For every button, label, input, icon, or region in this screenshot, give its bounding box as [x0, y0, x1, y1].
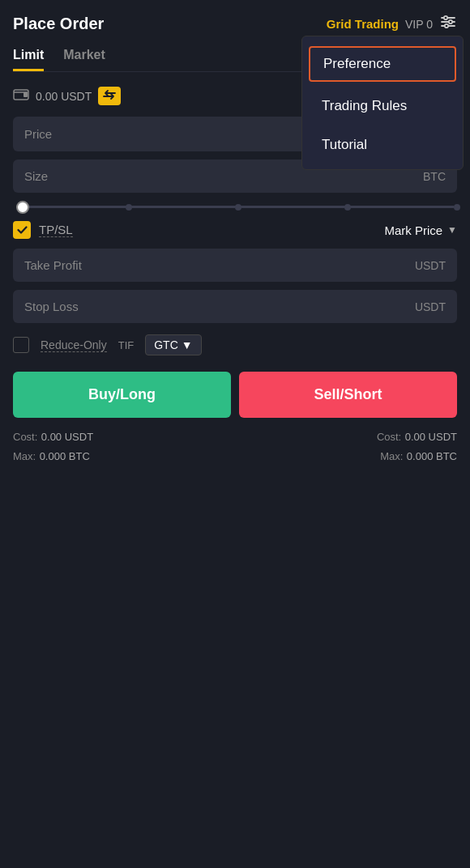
svg-point-5 — [445, 24, 448, 28]
mark-price-label: Mark Price — [384, 223, 442, 237]
cost-row: Cost: 0.00 USDT Cost: 0.00 USDT — [13, 429, 457, 444]
max-row: Max: 0.000 BTC Max: 0.000 BTC — [13, 449, 457, 463]
balance-amount: 0.00 USDT — [36, 90, 92, 103]
size-label: Size — [24, 169, 48, 183]
stop-loss-unit: USDT — [415, 300, 446, 313]
svg-point-4 — [449, 20, 452, 23]
size-unit: BTC — [423, 170, 446, 183]
slider-track — [16, 206, 454, 208]
buy-cost-value: 0.00 USDT — [41, 431, 93, 443]
tpsl-checkbox[interactable] — [13, 221, 31, 239]
tpsl-label: TP/SL — [39, 223, 73, 237]
take-profit-row: Take Profit USDT — [13, 249, 457, 282]
svg-point-3 — [444, 16, 447, 19]
sell-cost-section: Cost: 0.00 USDT — [377, 429, 457, 444]
sell-cost-value: 0.00 USDT — [405, 431, 457, 443]
svg-rect-7 — [24, 92, 28, 97]
action-buttons: Buy/Long Sell/Short — [13, 372, 457, 418]
tpsl-row: TP/SL Mark Price ▼ — [13, 221, 457, 239]
dropdown-item-tutorial[interactable]: Tutorial — [302, 126, 463, 164]
grid-trading-button[interactable]: Grid Trading — [327, 17, 399, 31]
tif-label: TIF — [118, 339, 135, 351]
gtc-chevron-icon: ▼ — [182, 338, 193, 351]
options-row: Reduce-Only TIF GTC ▼ — [13, 334, 457, 355]
slider-dot-75 — [344, 204, 351, 211]
dropdown-item-preference[interactable]: Preference — [309, 46, 456, 82]
wallet-icon — [13, 89, 29, 104]
buy-max-label: Max: — [13, 450, 36, 462]
take-profit-label: Take Profit — [24, 258, 82, 272]
buy-max-value: 0.000 BTC — [40, 450, 90, 462]
tab-limit[interactable]: Limit — [13, 48, 44, 71]
buy-long-button[interactable]: Buy/Long — [13, 372, 231, 418]
stop-loss-label: Stop Loss — [24, 300, 79, 313]
gtc-value: GTC — [154, 338, 178, 351]
slider-dot-50 — [235, 204, 241, 211]
buy-max-section: Max: 0.000 BTC — [13, 449, 90, 463]
sell-max-value: 0.000 BTC — [407, 450, 457, 462]
reduce-only-checkbox[interactable] — [13, 337, 29, 353]
gtc-select[interactable]: GTC ▼ — [145, 334, 201, 355]
tpsl-left: TP/SL — [13, 221, 73, 239]
reduce-only-label: Reduce-Only — [41, 338, 107, 352]
mark-price-selector[interactable]: Mark Price ▼ — [384, 223, 457, 237]
dropdown-item-trading-rules[interactable]: Trading Rules — [302, 87, 463, 126]
buy-cost-section: Cost: 0.00 USDT — [13, 429, 93, 444]
slider-dot-100 — [454, 204, 460, 211]
take-profit-unit: USDT — [415, 259, 446, 272]
transfer-button[interactable] — [98, 87, 121, 105]
slider-dot-25 — [126, 204, 132, 211]
tab-market[interactable]: Market — [63, 48, 105, 71]
slider-thumb[interactable] — [16, 201, 29, 214]
sell-max-section: Max: 0.000 BTC — [380, 449, 457, 463]
header-right: Grid Trading VIP 0 Preference Trading Ru… — [327, 13, 457, 35]
price-label: Price — [24, 127, 52, 141]
sell-short-button[interactable]: Sell/Short — [239, 372, 457, 418]
vip-badge: VIP 0 — [405, 18, 433, 31]
header: Place Order Grid Trading VIP 0 Preferenc… — [13, 13, 457, 35]
size-slider[interactable] — [13, 206, 457, 208]
dropdown-menu: Preference Trading Rules Tutorial — [301, 36, 464, 170]
sell-cost-label: Cost: — [377, 431, 401, 443]
stop-loss-row: Stop Loss USDT — [13, 290, 457, 323]
page-title: Place Order — [13, 15, 104, 33]
settings-icon[interactable] — [439, 13, 457, 35]
sell-max-label: Max: — [380, 450, 403, 462]
buy-cost-label: Cost: — [13, 431, 37, 443]
chevron-down-icon: ▼ — [447, 224, 457, 236]
